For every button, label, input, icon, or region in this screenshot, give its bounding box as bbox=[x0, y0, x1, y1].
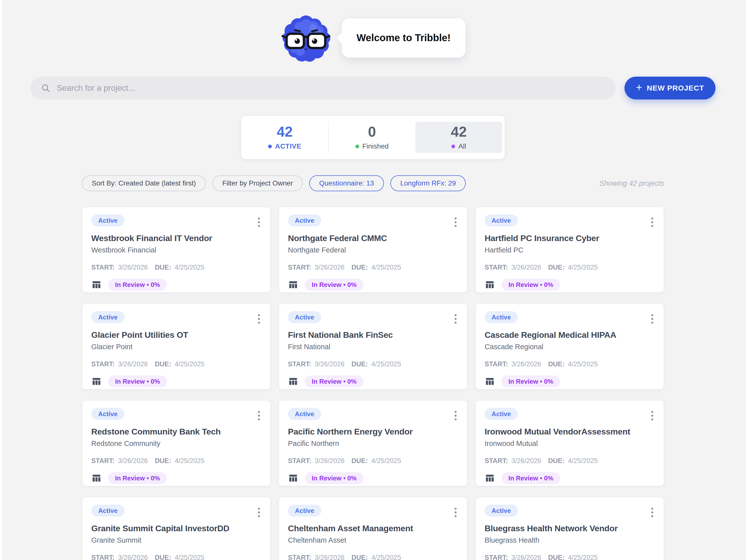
status-badge: Active bbox=[485, 505, 518, 516]
project-card[interactable]: ActiveGranite Summit Capital InvestorDDG… bbox=[82, 497, 271, 560]
project-search[interactable] bbox=[30, 77, 615, 100]
due-label: DUE: bbox=[351, 263, 368, 271]
project-grid: ActiveWestbrook Financial IT VendorWestb… bbox=[82, 206, 664, 560]
table-icon bbox=[485, 473, 495, 483]
status-badge: Active bbox=[91, 505, 124, 516]
project-owner: Redstone Community bbox=[91, 440, 261, 448]
project-title: Westbrook Financial IT Vendor bbox=[91, 233, 261, 243]
start-label: START: bbox=[288, 457, 311, 465]
project-dates: START:3/26/2026DUE:4/25/2025 bbox=[91, 457, 261, 465]
longform-rfx-filter-chip[interactable]: Longform RFx: 29 bbox=[390, 175, 466, 191]
kebab-menu-icon[interactable] bbox=[256, 312, 262, 326]
project-title: Cascade Regional Medical HIPAA bbox=[485, 330, 655, 340]
start-label: START: bbox=[91, 457, 115, 465]
sort-by-chip[interactable]: Sort By: Created Date (latest first) bbox=[82, 175, 206, 191]
project-dates: START:3/26/2026DUE:4/25/2025 bbox=[91, 360, 261, 368]
card-footer: In Review • 0% bbox=[485, 472, 655, 484]
start-label: START: bbox=[91, 263, 115, 271]
review-status-badge: In Review • 0% bbox=[501, 472, 560, 484]
project-card[interactable]: ActiveWestbrook Financial IT VendorWestb… bbox=[82, 206, 271, 293]
project-title: Granite Summit Capital InvestorDD bbox=[91, 524, 261, 533]
project-card[interactable]: ActiveIronwood Mutual VendorAssessmentIr… bbox=[475, 400, 664, 486]
kebab-menu-icon[interactable] bbox=[256, 409, 262, 422]
search-input[interactable] bbox=[56, 83, 605, 93]
project-card[interactable]: ActiveBluegrass Health Network VendorBlu… bbox=[475, 497, 664, 560]
due-date: 4/25/2025 bbox=[568, 360, 598, 368]
project-owner: Cascade Regional bbox=[485, 343, 655, 351]
showing-projects-count: Showing 42 projects bbox=[599, 179, 664, 188]
status-badge: Active bbox=[288, 408, 321, 420]
table-icon bbox=[288, 473, 298, 483]
welcome-text: Welcome to Tribble! bbox=[356, 32, 451, 44]
due-date: 4/25/2025 bbox=[568, 457, 598, 465]
project-card[interactable]: ActivePacific Northern Energy VendorPaci… bbox=[279, 400, 467, 486]
start-label: START: bbox=[288, 263, 311, 271]
finished-count: 0 bbox=[368, 124, 376, 139]
project-owner: Cheltenham Asset bbox=[288, 536, 458, 544]
due-date: 4/25/2025 bbox=[175, 263, 204, 271]
new-project-button[interactable]: + NEW PROJECT bbox=[625, 77, 716, 100]
search-row: + NEW PROJECT bbox=[30, 77, 716, 100]
status-badge: Active bbox=[485, 311, 518, 323]
project-card[interactable]: ActiveHartfield PC Insurance CyberHartfi… bbox=[475, 206, 664, 293]
kebab-menu-icon[interactable] bbox=[649, 216, 655, 229]
kebab-menu-icon[interactable] bbox=[649, 312, 655, 326]
project-card[interactable]: ActiveRedstone Community Bank TechRedsto… bbox=[82, 400, 271, 486]
due-date: 4/25/2025 bbox=[175, 360, 204, 368]
project-dates: START:3/26/2026DUE:4/25/2025 bbox=[288, 360, 458, 368]
review-status-badge: In Review • 0% bbox=[305, 472, 364, 484]
due-label: DUE: bbox=[548, 554, 565, 560]
kebab-menu-icon[interactable] bbox=[256, 506, 262, 519]
project-owner: First National bbox=[288, 343, 458, 351]
project-card[interactable]: ActiveCheltenham Asset ManagementChelten… bbox=[279, 497, 467, 560]
table-icon bbox=[288, 280, 298, 290]
project-dates: START:3/26/2026DUE:4/25/2025 bbox=[485, 263, 655, 271]
kebab-menu-icon[interactable] bbox=[453, 216, 459, 229]
status-badge: Active bbox=[288, 215, 321, 226]
start-label: START: bbox=[485, 457, 508, 465]
kebab-menu-icon[interactable] bbox=[256, 216, 262, 229]
stats-tab-active[interactable]: 42 ACTIVE bbox=[241, 122, 328, 153]
card-footer: In Review • 0% bbox=[288, 279, 458, 291]
start-label: START: bbox=[288, 554, 311, 560]
filter-owner-chip[interactable]: Filter by Project Owner bbox=[212, 175, 303, 191]
table-icon bbox=[91, 280, 102, 290]
project-card[interactable]: ActiveFirst National Bank FinSecFirst Na… bbox=[279, 303, 467, 390]
due-date: 4/25/2025 bbox=[371, 554, 401, 560]
kebab-menu-icon[interactable] bbox=[649, 409, 655, 422]
plus-icon: + bbox=[636, 82, 642, 93]
due-date: 4/25/2025 bbox=[175, 554, 204, 560]
all-count: 42 bbox=[451, 124, 467, 139]
start-date: 3/26/2026 bbox=[511, 554, 541, 560]
kebab-menu-icon[interactable] bbox=[453, 409, 459, 422]
due-label: DUE: bbox=[155, 554, 171, 560]
project-title: Redstone Community Bank Tech bbox=[91, 427, 261, 437]
project-card[interactable]: ActiveNorthgate Federal CMMCNorthgate Fe… bbox=[279, 206, 467, 293]
start-date: 3/26/2026 bbox=[118, 554, 148, 560]
stats-tab-finished[interactable]: 0 Finished bbox=[328, 122, 415, 153]
kebab-menu-icon[interactable] bbox=[453, 506, 459, 519]
project-card[interactable]: ActiveCascade Regional Medical HIPAACasc… bbox=[475, 303, 664, 390]
project-owner: Ironwood Mutual bbox=[485, 440, 655, 448]
kebab-menu-icon[interactable] bbox=[649, 506, 655, 519]
review-status-badge: In Review • 0% bbox=[108, 472, 167, 484]
kebab-menu-icon[interactable] bbox=[453, 312, 459, 326]
project-dates: START:3/26/2026DUE:4/25/2025 bbox=[288, 554, 458, 560]
review-status-badge: In Review • 0% bbox=[108, 375, 167, 387]
card-footer: In Review • 0% bbox=[91, 472, 261, 484]
project-card[interactable]: ActiveGlacier Point Utilities OTGlacier … bbox=[82, 303, 271, 390]
finished-label: Finished bbox=[362, 142, 389, 150]
due-label: DUE: bbox=[548, 263, 565, 271]
project-title: Hartfield PC Insurance Cyber bbox=[485, 233, 655, 243]
start-date: 3/26/2026 bbox=[511, 360, 541, 368]
questionnaire-filter-chip[interactable]: Questionnaire: 13 bbox=[309, 175, 384, 191]
new-project-label: NEW PROJECT bbox=[647, 84, 704, 92]
project-title: Cheltenham Asset Management bbox=[288, 524, 458, 533]
project-owner: Westbrook Financial bbox=[91, 246, 261, 254]
start-label: START: bbox=[288, 360, 311, 368]
project-title: Northgate Federal CMMC bbox=[288, 233, 458, 243]
due-label: DUE: bbox=[351, 554, 368, 560]
active-count: 42 bbox=[277, 124, 293, 139]
card-footer: In Review • 0% bbox=[288, 472, 458, 484]
stats-tab-all[interactable]: 42 All bbox=[415, 122, 502, 153]
